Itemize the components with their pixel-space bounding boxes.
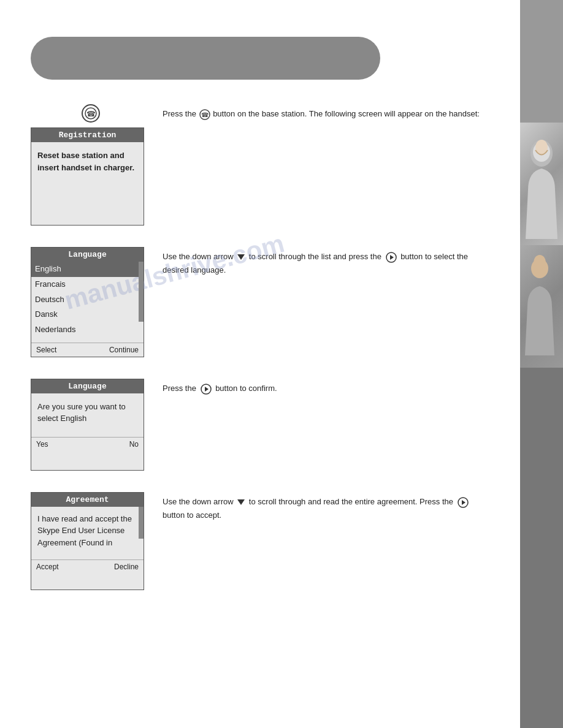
scrollbar xyxy=(139,262,144,322)
language-list-body: English Francais Deutsch Dansk Nederland… xyxy=(31,262,144,338)
agreement-screen: Agreement I have read and accept the Sky… xyxy=(31,492,144,590)
svg-text:☎: ☎ xyxy=(86,110,95,118)
decline-button[interactable]: Decline xyxy=(114,563,139,571)
top-banner xyxy=(31,37,380,80)
registration-title: Registration xyxy=(31,128,144,142)
registration-desc: Press the ☎ button on the base station. … xyxy=(163,107,489,121)
svg-marker-10 xyxy=(390,255,394,260)
down-arrow-icon xyxy=(236,250,247,263)
no-button[interactable]: No xyxy=(129,440,139,449)
language-list-desc: Use the down arrow to scroll through the… xyxy=(163,250,489,276)
svg-marker-14 xyxy=(462,500,465,505)
right-circle-icon-confirm xyxy=(200,383,212,395)
language-continue-btn[interactable]: Continue xyxy=(109,346,139,354)
registration-screen: Registration Reset base station and inse… xyxy=(31,127,144,226)
language-confirm-body: Are you sure you want to select English xyxy=(31,393,144,432)
section-right-registration: Press the ☎ button on the base station. … xyxy=(150,104,489,121)
section-language-confirm: Language Are you sure you want to select… xyxy=(31,379,489,471)
language-confirm-footer: Yes No xyxy=(31,437,144,451)
lang-item-francais[interactable]: Francais xyxy=(31,277,144,292)
language-list-title: Language xyxy=(31,248,144,262)
section-left-agreement: Agreement I have read and accept the Sky… xyxy=(31,492,150,590)
language-confirm-title: Language xyxy=(31,379,144,393)
agreement-scrollbar xyxy=(139,507,144,539)
agreement-body: I have read and accept the Skype End Use… xyxy=(31,507,144,555)
main-content: manualshrive.com ☎ Registration Reset ba… xyxy=(0,0,520,728)
language-confirm-desc: Press the button to confirm. xyxy=(163,382,489,395)
lang-item-nederlands[interactable]: Nederlands xyxy=(31,322,144,338)
right-sidebar xyxy=(520,0,563,728)
right-circle-icon-inline xyxy=(385,251,397,264)
agreement-footer: Accept Decline xyxy=(31,559,144,574)
agreement-desc: Use the down arrow to scroll through and… xyxy=(163,495,489,521)
language-list-screen: Language English Francais Deutsch Dansk … xyxy=(31,247,144,357)
language-confirm-screen: Language Are you sure you want to select… xyxy=(31,379,144,471)
section-agreement: Agreement I have read and accept the Sky… xyxy=(31,492,489,590)
down-arrow-icon-agreement xyxy=(236,495,247,508)
sidebar-photo-1 xyxy=(520,123,563,245)
svg-point-4 xyxy=(534,255,546,270)
lang-item-english[interactable]: English xyxy=(31,262,144,277)
phone-button-icon: ☎ xyxy=(82,104,100,123)
language-list-footer: Select Continue xyxy=(31,343,144,357)
svg-text:☎: ☎ xyxy=(201,112,209,118)
lang-item-deutsch[interactable]: Deutsch xyxy=(31,292,144,308)
section-left-language: Language English Francais Deutsch Dansk … xyxy=(31,247,150,357)
language-select-btn[interactable]: Select xyxy=(36,346,56,354)
section-left-confirm: Language Are you sure you want to select… xyxy=(31,379,150,471)
sidebar-top xyxy=(520,0,563,123)
registration-body: Reset base station and insert handset in… xyxy=(31,142,144,181)
yes-button[interactable]: Yes xyxy=(36,440,48,449)
section-language-list: Language English Francais Deutsch Dansk … xyxy=(31,247,489,357)
section-left-registration: ☎ Registration Reset base station and in… xyxy=(31,104,150,226)
section-registration: ☎ Registration Reset base station and in… xyxy=(31,104,489,226)
section-right-language: Use the down arrow to scroll through the… xyxy=(150,247,489,276)
section-right-confirm: Press the button to confirm. xyxy=(150,379,489,395)
accept-button[interactable]: Accept xyxy=(36,563,59,571)
right-circle-icon-agreement xyxy=(457,496,469,509)
lang-item-dansk[interactable]: Dansk xyxy=(31,307,144,322)
section-right-agreement: Use the down arrow to scroll through and… xyxy=(150,492,489,521)
svg-marker-12 xyxy=(205,387,209,392)
sidebar-photo-2 xyxy=(520,245,563,368)
agreement-title: Agreement xyxy=(31,493,144,507)
sidebar-bottom xyxy=(520,368,563,728)
phone-inline-icon: ☎ xyxy=(199,108,211,121)
